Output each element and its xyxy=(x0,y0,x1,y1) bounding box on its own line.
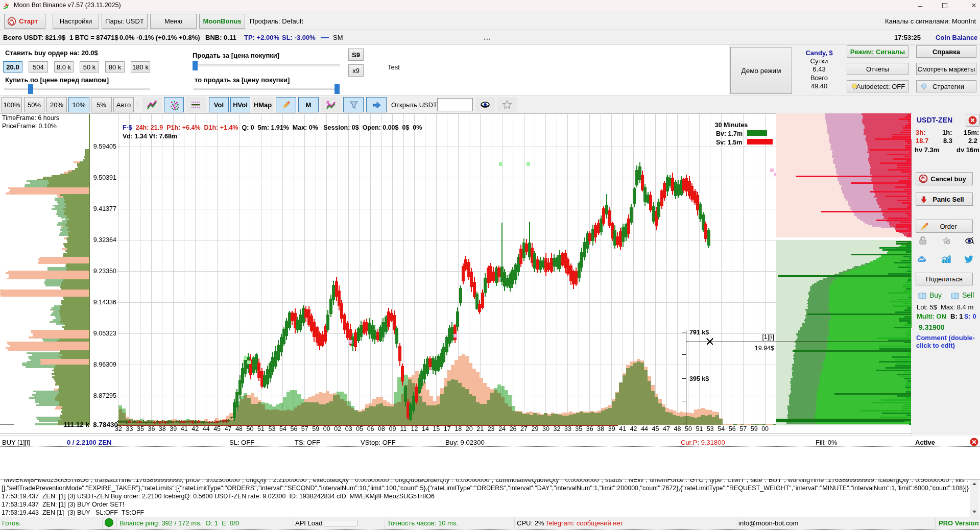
svg-text:56: 56 xyxy=(729,425,736,432)
svg-text:44: 44 xyxy=(203,425,210,432)
svg-text:47: 47 xyxy=(225,425,232,432)
svg-text:54: 54 xyxy=(279,425,286,432)
svg-text:09: 09 xyxy=(389,425,396,432)
svg-text:41: 41 xyxy=(181,425,188,432)
svg-text:53: 53 xyxy=(707,425,714,432)
svg-text:57: 57 xyxy=(301,425,308,432)
svg-text:19.94$: 19.94$ xyxy=(755,345,774,352)
svg-text:395 k$: 395 k$ xyxy=(689,375,709,382)
svg-text:48: 48 xyxy=(235,425,243,432)
svg-text:53: 53 xyxy=(268,425,275,432)
svg-text:Sv: 1.5m: Sv: 1.5m xyxy=(716,139,742,146)
svg-text:8.78430: 8.78430 xyxy=(93,421,118,428)
svg-text:111.12 k: 111.12 k xyxy=(63,421,90,428)
svg-text:20: 20 xyxy=(466,425,473,432)
svg-text:03: 03 xyxy=(345,425,352,432)
svg-text:9.32364: 9.32364 xyxy=(93,236,116,244)
svg-text:18: 18 xyxy=(455,425,462,432)
svg-text:59: 59 xyxy=(751,425,758,432)
svg-text:24: 24 xyxy=(498,425,506,432)
svg-text:57: 57 xyxy=(739,425,747,432)
svg-text:F-$ 24h: 21.9 P1h: +6.4% D1: F-$ 24h: 21.9 P1h: +6.4% D1h: +1.4% Q: 0… xyxy=(123,124,422,131)
svg-text:39: 39 xyxy=(170,425,177,432)
svg-text:51: 51 xyxy=(257,425,265,432)
svg-text:Vd: 1.34 Vf: 7.68m: Vd: 1.34 Vf: 7.68m xyxy=(123,133,177,140)
svg-text:PriceFrame: 0.10%: PriceFrame: 0.10% xyxy=(2,123,57,130)
svg-text:11: 11 xyxy=(400,425,407,432)
svg-text:33: 33 xyxy=(564,425,571,432)
svg-text:59: 59 xyxy=(312,425,319,432)
svg-text:54: 54 xyxy=(718,425,725,432)
svg-text:36: 36 xyxy=(148,425,155,432)
svg-text:50: 50 xyxy=(685,425,692,432)
svg-text:36: 36 xyxy=(586,425,593,432)
svg-text:05: 05 xyxy=(356,425,363,432)
svg-text:9.59405: 9.59405 xyxy=(93,143,116,150)
svg-text:791 k$: 791 k$ xyxy=(689,329,709,336)
svg-text:45: 45 xyxy=(652,425,659,432)
svg-text:48: 48 xyxy=(674,425,681,432)
svg-text:38: 38 xyxy=(159,425,166,432)
svg-text:41: 41 xyxy=(619,425,626,432)
svg-text:9.14336: 9.14336 xyxy=(93,299,116,306)
svg-text:35: 35 xyxy=(575,425,582,432)
svg-text:00: 00 xyxy=(323,425,330,432)
svg-text:51: 51 xyxy=(696,425,703,432)
svg-text:Bv: 1.7m: Bv: 1.7m xyxy=(716,130,743,137)
svg-text:27: 27 xyxy=(520,425,528,432)
svg-text:44: 44 xyxy=(641,425,648,432)
svg-text:8.87295: 8.87295 xyxy=(93,392,116,399)
svg-text:02: 02 xyxy=(334,425,341,432)
svg-text:8.96309: 8.96309 xyxy=(93,361,116,368)
svg-text:15: 15 xyxy=(433,425,440,432)
svg-text:26: 26 xyxy=(510,425,517,432)
svg-text:23: 23 xyxy=(488,425,495,432)
svg-text:56: 56 xyxy=(290,425,297,432)
svg-text:00: 00 xyxy=(761,425,769,432)
svg-text:21: 21 xyxy=(476,425,484,432)
svg-text:9.05323: 9.05323 xyxy=(93,330,116,337)
svg-text:9.50391: 9.50391 xyxy=(93,174,116,181)
svg-text:38: 38 xyxy=(597,425,604,432)
svg-text:14: 14 xyxy=(422,425,429,432)
svg-text:[1][i]: [1][i] xyxy=(762,333,774,341)
svg-text:9.23350: 9.23350 xyxy=(93,268,116,275)
svg-text:30 Minutes: 30 Minutes xyxy=(715,122,748,129)
svg-text:12: 12 xyxy=(411,425,418,432)
svg-text:17: 17 xyxy=(444,425,451,432)
svg-text:32: 32 xyxy=(115,425,122,432)
svg-text:32: 32 xyxy=(553,425,560,432)
svg-text:08: 08 xyxy=(378,425,385,432)
svg-text:50: 50 xyxy=(247,425,254,432)
svg-text:35: 35 xyxy=(137,425,144,432)
svg-text:9.41377: 9.41377 xyxy=(93,205,116,212)
svg-text:42: 42 xyxy=(192,425,199,432)
svg-text:06: 06 xyxy=(367,425,374,432)
svg-text:42: 42 xyxy=(630,425,637,432)
svg-text:47: 47 xyxy=(663,425,670,432)
svg-text:33: 33 xyxy=(126,425,133,432)
svg-text:30: 30 xyxy=(542,425,549,432)
svg-text:29: 29 xyxy=(532,425,539,432)
svg-text:TimeFrame: 6 hours: TimeFrame: 6 hours xyxy=(2,114,59,122)
svg-text:39: 39 xyxy=(608,425,615,432)
svg-text:45: 45 xyxy=(213,425,221,432)
